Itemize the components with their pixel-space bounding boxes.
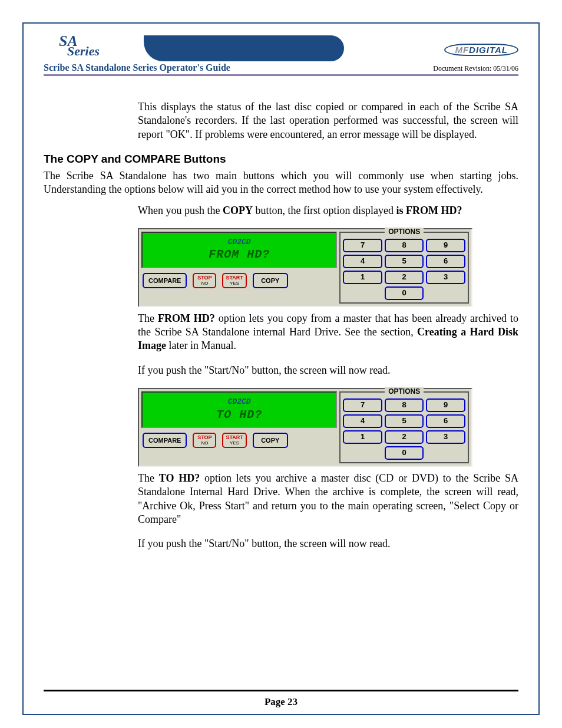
start-yes-button[interactable]: STARTYES [222, 433, 246, 448]
lcd-screen: CD2CD TO HD? [141, 391, 337, 428]
copy-button[interactable]: COPY [253, 273, 288, 288]
key-3[interactable]: 3 [426, 430, 465, 444]
copy-push-para: When you push the COPY button, the first… [138, 204, 518, 218]
key-9[interactable]: 9 [426, 398, 465, 412]
start-yes-button[interactable]: STARTYES [222, 273, 246, 288]
logo-text-bottom: Series [67, 44, 100, 59]
footer-rule [44, 690, 518, 691]
key-1[interactable]: 1 [343, 271, 382, 284]
compare-button[interactable]: COMPARE [143, 273, 187, 288]
lcd-brand: CD2CD [228, 238, 251, 248]
key-4[interactable]: 4 [343, 255, 382, 268]
tohd-paragraph: The TO HD? option lets you archive a mas… [138, 472, 518, 527]
stop-no-button[interactable]: STOPNO [193, 433, 216, 448]
document-revision: Document Revision: 05/31/06 [433, 64, 518, 73]
copy-button[interactable]: COPY [253, 433, 288, 448]
key-3[interactable]: 3 [426, 271, 465, 284]
page-footer: Page 23 [44, 690, 518, 708]
key-6[interactable]: 6 [426, 255, 465, 268]
options-keypad: OPTIONS 7 8 9 4 5 6 1 2 3 0 [339, 391, 469, 463]
key-1[interactable]: 1 [343, 430, 382, 444]
key-2[interactable]: 2 [385, 430, 424, 444]
options-keypad: OPTIONS 7 8 9 4 5 6 1 2 3 0 [339, 232, 469, 304]
lcd-brand: CD2CD [228, 397, 251, 407]
key-7[interactable]: 7 [343, 398, 382, 412]
key-0[interactable]: 0 [385, 286, 424, 300]
page-frame: SA Series MFDIGITAL Scribe SA Standalone… [22, 22, 540, 715]
device-panel-tohd: CD2CD TO HD? COMPARE STOPNO STARTYES COP… [138, 388, 472, 467]
key-5[interactable]: 5 [385, 255, 424, 268]
intro-paragraph: This displays the status of the last dis… [138, 100, 518, 141]
sa-series-logo: SA Series [59, 35, 100, 59]
key-8[interactable]: 8 [385, 398, 424, 412]
lcd-message: TO HD? [216, 407, 262, 423]
device-panel-fromhd: CD2CD FROM HD? COMPARE STOPNO STARTYES C… [138, 228, 472, 307]
section-intro: The Scribe SA Standalone has two main bu… [44, 169, 518, 197]
header-rule: Scribe SA Standalone Series Operator's G… [44, 62, 518, 76]
key-8[interactable]: 8 [385, 239, 424, 252]
lcd-screen: CD2CD FROM HD? [141, 232, 337, 268]
startno-para-1: If you push the "Start/No" button, the s… [138, 364, 518, 377]
options-label: OPTIONS [385, 387, 424, 397]
key-6[interactable]: 6 [426, 414, 465, 428]
stop-no-button[interactable]: STOPNO [193, 273, 216, 288]
document-title: Scribe SA Standalone Series Operator's G… [44, 62, 230, 73]
key-7[interactable]: 7 [343, 239, 382, 252]
page-content: This displays the status of the last dis… [44, 77, 518, 690]
page-number: Page 23 [44, 696, 518, 708]
lcd-message: FROM HD? [209, 247, 270, 262]
compare-button[interactable]: COMPARE [143, 433, 187, 448]
mf-digital-logo: MFDIGITAL [444, 44, 518, 56]
key-0[interactable]: 0 [385, 446, 424, 460]
key-2[interactable]: 2 [385, 271, 424, 284]
swoosh-graphic [144, 35, 344, 61]
key-9[interactable]: 9 [426, 239, 465, 252]
page-header: SA Series MFDIGITAL Scribe SA Standalone… [44, 35, 518, 77]
key-4[interactable]: 4 [343, 414, 382, 428]
options-label: OPTIONS [385, 228, 424, 237]
section-heading: The COPY and COMPARE Buttons [44, 152, 518, 167]
key-5[interactable]: 5 [385, 414, 424, 428]
fromhd-paragraph: The FROM HD? option lets you copy from a… [138, 312, 518, 353]
startno-para-2: If you push the "Start/No" button, the s… [138, 537, 518, 551]
